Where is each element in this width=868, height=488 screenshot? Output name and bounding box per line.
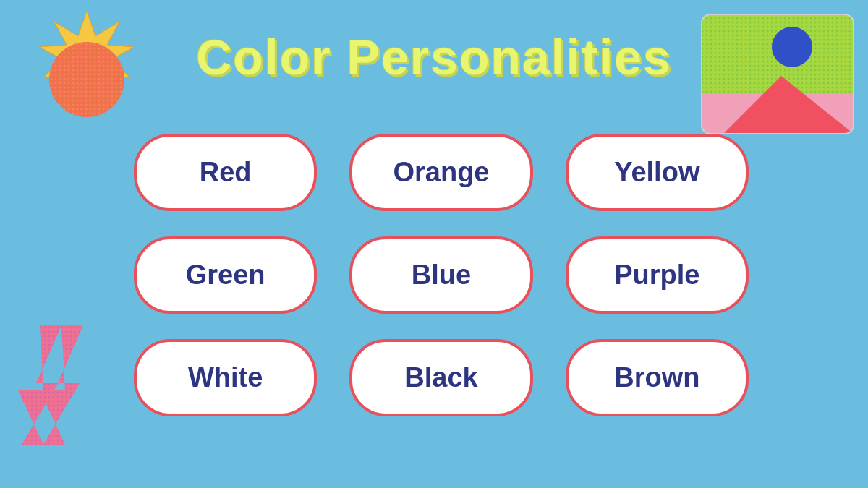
page-title: Color Personalities: [196, 29, 672, 85]
color-button-yellow[interactable]: Yellow: [566, 134, 749, 211]
svg-point-4: [49, 42, 124, 117]
sun-decoration: [14, 7, 159, 152]
color-grid: RedOrangeYellowGreenBluePurpleWhiteBlack…: [134, 134, 749, 416]
color-button-purple[interactable]: Purple: [566, 236, 749, 314]
color-button-brown[interactable]: Brown: [566, 339, 749, 416]
svg-point-17: [772, 27, 812, 67]
color-button-green[interactable]: Green: [134, 236, 317, 314]
sun-icon: [14, 7, 159, 152]
color-button-orange[interactable]: Orange: [349, 134, 532, 211]
color-button-red[interactable]: Red: [134, 134, 317, 211]
color-button-black[interactable]: Black: [349, 339, 532, 416]
color-button-white[interactable]: White: [134, 339, 317, 416]
lightning-icon: [18, 322, 112, 452]
color-button-blue[interactable]: Blue: [349, 236, 532, 314]
